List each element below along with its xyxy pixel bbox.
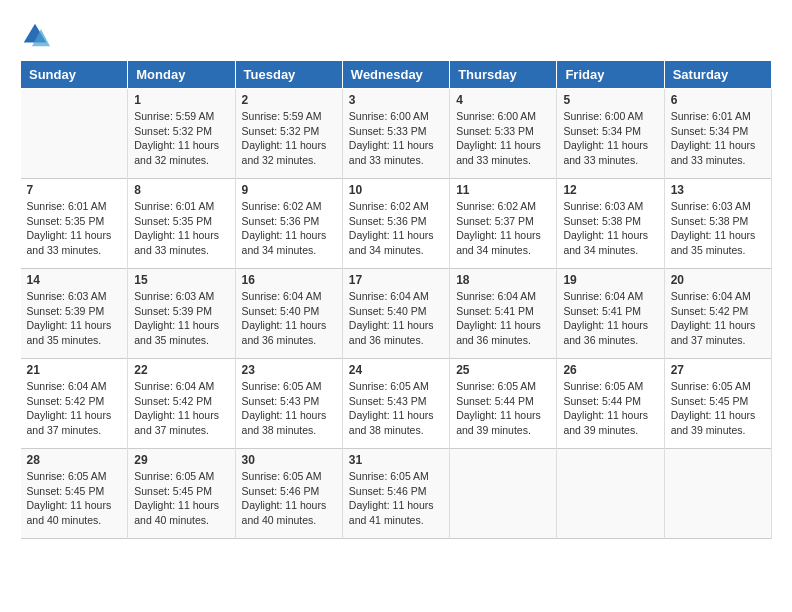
calendar-cell: 31Sunrise: 6:05 AMSunset: 5:46 PMDayligh… <box>342 449 449 539</box>
calendar-cell <box>21 89 128 179</box>
day-number: 18 <box>456 273 550 287</box>
calendar-table: SundayMondayTuesdayWednesdayThursdayFrid… <box>20 60 772 539</box>
calendar-cell: 13Sunrise: 6:03 AMSunset: 5:38 PMDayligh… <box>664 179 771 269</box>
calendar-week-4: 21Sunrise: 6:04 AMSunset: 5:42 PMDayligh… <box>21 359 772 449</box>
day-number: 25 <box>456 363 550 377</box>
calendar-cell: 1Sunrise: 5:59 AMSunset: 5:32 PMDaylight… <box>128 89 235 179</box>
calendar-cell: 19Sunrise: 6:04 AMSunset: 5:41 PMDayligh… <box>557 269 664 359</box>
page-header <box>20 20 772 50</box>
day-info: Sunrise: 6:04 AMSunset: 5:42 PMDaylight:… <box>134 379 228 438</box>
calendar-cell <box>450 449 557 539</box>
day-number: 31 <box>349 453 443 467</box>
calendar-cell: 28Sunrise: 6:05 AMSunset: 5:45 PMDayligh… <box>21 449 128 539</box>
day-number: 17 <box>349 273 443 287</box>
calendar-header: SundayMondayTuesdayWednesdayThursdayFrid… <box>21 61 772 89</box>
calendar-cell: 16Sunrise: 6:04 AMSunset: 5:40 PMDayligh… <box>235 269 342 359</box>
calendar-week-3: 14Sunrise: 6:03 AMSunset: 5:39 PMDayligh… <box>21 269 772 359</box>
header-day-friday: Friday <box>557 61 664 89</box>
day-number: 12 <box>563 183 657 197</box>
day-number: 5 <box>563 93 657 107</box>
day-number: 9 <box>242 183 336 197</box>
calendar-cell: 26Sunrise: 6:05 AMSunset: 5:44 PMDayligh… <box>557 359 664 449</box>
header-row: SundayMondayTuesdayWednesdayThursdayFrid… <box>21 61 772 89</box>
calendar-cell: 30Sunrise: 6:05 AMSunset: 5:46 PMDayligh… <box>235 449 342 539</box>
day-info: Sunrise: 6:05 AMSunset: 5:44 PMDaylight:… <box>563 379 657 438</box>
day-info: Sunrise: 6:05 AMSunset: 5:45 PMDaylight:… <box>671 379 765 438</box>
header-day-wednesday: Wednesday <box>342 61 449 89</box>
day-info: Sunrise: 6:02 AMSunset: 5:36 PMDaylight:… <box>349 199 443 258</box>
day-number: 28 <box>27 453 122 467</box>
day-info: Sunrise: 6:00 AMSunset: 5:33 PMDaylight:… <box>349 109 443 168</box>
day-number: 21 <box>27 363 122 377</box>
day-number: 2 <box>242 93 336 107</box>
calendar-cell: 3Sunrise: 6:00 AMSunset: 5:33 PMDaylight… <box>342 89 449 179</box>
day-info: Sunrise: 6:05 AMSunset: 5:44 PMDaylight:… <box>456 379 550 438</box>
calendar-cell <box>664 449 771 539</box>
day-info: Sunrise: 6:00 AMSunset: 5:34 PMDaylight:… <box>563 109 657 168</box>
day-number: 29 <box>134 453 228 467</box>
day-info: Sunrise: 6:03 AMSunset: 5:38 PMDaylight:… <box>563 199 657 258</box>
day-number: 22 <box>134 363 228 377</box>
day-info: Sunrise: 6:05 AMSunset: 5:46 PMDaylight:… <box>349 469 443 528</box>
calendar-cell: 27Sunrise: 6:05 AMSunset: 5:45 PMDayligh… <box>664 359 771 449</box>
calendar-cell: 24Sunrise: 6:05 AMSunset: 5:43 PMDayligh… <box>342 359 449 449</box>
calendar-cell: 6Sunrise: 6:01 AMSunset: 5:34 PMDaylight… <box>664 89 771 179</box>
day-number: 15 <box>134 273 228 287</box>
day-number: 7 <box>27 183 122 197</box>
day-info: Sunrise: 6:03 AMSunset: 5:38 PMDaylight:… <box>671 199 765 258</box>
calendar-cell: 9Sunrise: 6:02 AMSunset: 5:36 PMDaylight… <box>235 179 342 269</box>
calendar-cell: 22Sunrise: 6:04 AMSunset: 5:42 PMDayligh… <box>128 359 235 449</box>
day-number: 10 <box>349 183 443 197</box>
day-info: Sunrise: 6:05 AMSunset: 5:45 PMDaylight:… <box>27 469 122 528</box>
day-number: 11 <box>456 183 550 197</box>
calendar-body: 1Sunrise: 5:59 AMSunset: 5:32 PMDaylight… <box>21 89 772 539</box>
day-number: 16 <box>242 273 336 287</box>
calendar-cell <box>557 449 664 539</box>
day-number: 20 <box>671 273 765 287</box>
day-number: 27 <box>671 363 765 377</box>
day-info: Sunrise: 6:01 AMSunset: 5:35 PMDaylight:… <box>134 199 228 258</box>
day-info: Sunrise: 5:59 AMSunset: 5:32 PMDaylight:… <box>134 109 228 168</box>
day-info: Sunrise: 6:02 AMSunset: 5:36 PMDaylight:… <box>242 199 336 258</box>
header-day-thursday: Thursday <box>450 61 557 89</box>
day-number: 4 <box>456 93 550 107</box>
day-info: Sunrise: 6:05 AMSunset: 5:46 PMDaylight:… <box>242 469 336 528</box>
day-number: 1 <box>134 93 228 107</box>
calendar-cell: 11Sunrise: 6:02 AMSunset: 5:37 PMDayligh… <box>450 179 557 269</box>
header-day-saturday: Saturday <box>664 61 771 89</box>
day-info: Sunrise: 6:02 AMSunset: 5:37 PMDaylight:… <box>456 199 550 258</box>
header-day-monday: Monday <box>128 61 235 89</box>
day-info: Sunrise: 5:59 AMSunset: 5:32 PMDaylight:… <box>242 109 336 168</box>
day-info: Sunrise: 6:04 AMSunset: 5:42 PMDaylight:… <box>671 289 765 348</box>
calendar-cell: 23Sunrise: 6:05 AMSunset: 5:43 PMDayligh… <box>235 359 342 449</box>
day-number: 30 <box>242 453 336 467</box>
day-info: Sunrise: 6:05 AMSunset: 5:43 PMDaylight:… <box>242 379 336 438</box>
day-info: Sunrise: 6:01 AMSunset: 5:34 PMDaylight:… <box>671 109 765 168</box>
calendar-cell: 20Sunrise: 6:04 AMSunset: 5:42 PMDayligh… <box>664 269 771 359</box>
day-info: Sunrise: 6:01 AMSunset: 5:35 PMDaylight:… <box>27 199 122 258</box>
calendar-week-2: 7Sunrise: 6:01 AMSunset: 5:35 PMDaylight… <box>21 179 772 269</box>
day-info: Sunrise: 6:04 AMSunset: 5:40 PMDaylight:… <box>242 289 336 348</box>
day-info: Sunrise: 6:04 AMSunset: 5:41 PMDaylight:… <box>563 289 657 348</box>
day-info: Sunrise: 6:05 AMSunset: 5:43 PMDaylight:… <box>349 379 443 438</box>
calendar-week-1: 1Sunrise: 5:59 AMSunset: 5:32 PMDaylight… <box>21 89 772 179</box>
calendar-cell: 8Sunrise: 6:01 AMSunset: 5:35 PMDaylight… <box>128 179 235 269</box>
calendar-cell: 12Sunrise: 6:03 AMSunset: 5:38 PMDayligh… <box>557 179 664 269</box>
day-info: Sunrise: 6:04 AMSunset: 5:41 PMDaylight:… <box>456 289 550 348</box>
logo <box>20 20 54 50</box>
calendar-cell: 10Sunrise: 6:02 AMSunset: 5:36 PMDayligh… <box>342 179 449 269</box>
calendar-cell: 25Sunrise: 6:05 AMSunset: 5:44 PMDayligh… <box>450 359 557 449</box>
header-day-sunday: Sunday <box>21 61 128 89</box>
calendar-cell: 21Sunrise: 6:04 AMSunset: 5:42 PMDayligh… <box>21 359 128 449</box>
day-info: Sunrise: 6:03 AMSunset: 5:39 PMDaylight:… <box>134 289 228 348</box>
header-day-tuesday: Tuesday <box>235 61 342 89</box>
logo-icon <box>20 20 50 50</box>
calendar-cell: 17Sunrise: 6:04 AMSunset: 5:40 PMDayligh… <box>342 269 449 359</box>
day-number: 3 <box>349 93 443 107</box>
calendar-cell: 29Sunrise: 6:05 AMSunset: 5:45 PMDayligh… <box>128 449 235 539</box>
calendar-cell: 14Sunrise: 6:03 AMSunset: 5:39 PMDayligh… <box>21 269 128 359</box>
day-number: 6 <box>671 93 765 107</box>
day-number: 26 <box>563 363 657 377</box>
calendar-cell: 5Sunrise: 6:00 AMSunset: 5:34 PMDaylight… <box>557 89 664 179</box>
day-info: Sunrise: 6:04 AMSunset: 5:40 PMDaylight:… <box>349 289 443 348</box>
